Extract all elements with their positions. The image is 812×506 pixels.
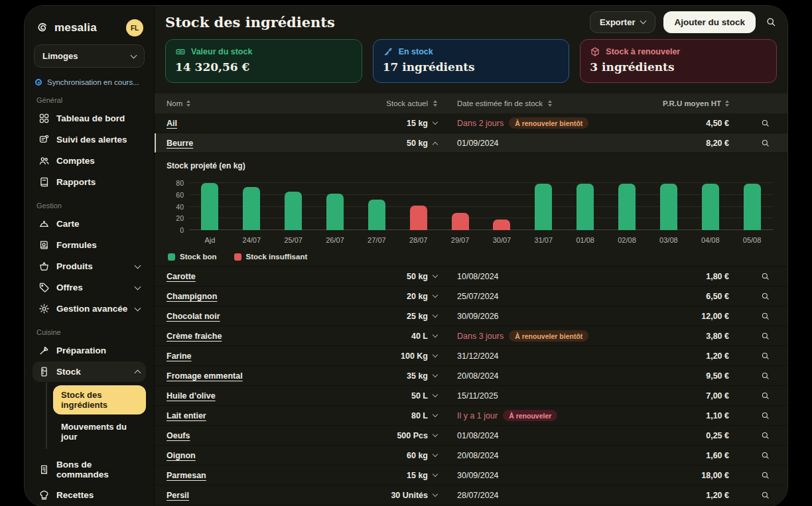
ingredient-name-link[interactable]: Farine	[167, 351, 338, 361]
bar-26-07[interactable]	[326, 194, 344, 230]
table-row-lait-entier[interactable]: Lait entier80 LIl y a 1 jourÀ renouveler…	[155, 406, 787, 426]
row-search-icon[interactable]	[760, 351, 770, 361]
sidebar-subitem-mouvements-du-jour[interactable]: Mouvements du jour	[53, 417, 146, 446]
stock-cell[interactable]: 60 kg	[338, 451, 437, 460]
table-row-carotte[interactable]: Carotte50 kg10/08/20241,80 €	[155, 267, 787, 286]
bar-03-08[interactable]	[660, 184, 677, 230]
avatar[interactable]: FL	[126, 19, 143, 36]
table-row-oignon[interactable]: Oignon60 kg20/08/20241,60 €	[155, 446, 787, 466]
bar-27-07[interactable]	[368, 200, 385, 230]
bar-28-07[interactable]	[410, 206, 427, 230]
ingredient-name-link[interactable]: Persil	[167, 491, 338, 500]
stock-cell[interactable]: 35 kg	[338, 371, 437, 381]
bar-29-07[interactable]	[452, 213, 469, 230]
bar-04-08[interactable]	[702, 184, 719, 230]
stock-cell[interactable]: 40 L	[338, 332, 437, 341]
ingredient-name-link[interactable]: Champignon	[167, 292, 338, 301]
stock-cell[interactable]: 50 L	[338, 391, 437, 401]
ingredient-name-link[interactable]: Lait entier	[167, 411, 338, 420]
sidebar-item-formules[interactable]: Formules	[33, 235, 146, 255]
stock-cell[interactable]: 100 Kg	[338, 351, 437, 361]
sidebar-item-carte[interactable]: Carte	[33, 214, 146, 234]
row-search-icon[interactable]	[760, 138, 770, 148]
ingredient-name-link[interactable]: Fromage emmental	[167, 371, 338, 381]
sidebar-item-preparation[interactable]: Préparation	[33, 340, 146, 361]
stock-cell[interactable]: 30 Unités	[338, 491, 437, 500]
ingredient-name-link[interactable]: Oeufs	[167, 431, 338, 440]
kpi-label-row: Valeur du stock	[175, 46, 352, 57]
location-select[interactable]: Limoges	[34, 44, 145, 68]
table-row-parmesan[interactable]: Parmesan15 kg30/09/202418,00 €	[155, 466, 787, 485]
row-search-icon[interactable]	[760, 291, 770, 301]
sidebar-item-rapports[interactable]: Rapports	[33, 172, 146, 192]
sidebar-item-recettes[interactable]: Recettes	[33, 485, 146, 505]
sidebar-subitem-stock-des-ingredients[interactable]: Stock des ingrédients	[53, 385, 146, 414]
table-row-ail[interactable]: Ail15 kgDans 2 joursÀ renouveler bientôt…	[155, 113, 787, 133]
stock-cell[interactable]: 15 kg	[338, 471, 437, 480]
table-row-oeufs[interactable]: Oeufs500 Pcs01/08/20240,25 €	[155, 426, 787, 446]
bar-31-07[interactable]	[535, 184, 552, 230]
bar-25-07[interactable]	[285, 192, 302, 230]
row-search-icon[interactable]	[760, 118, 770, 128]
stock-cell[interactable]: 500 Pcs	[338, 431, 437, 440]
stock-cell[interactable]: 25 kg	[338, 312, 437, 321]
x-tick-label: 26/07	[314, 236, 356, 244]
row-actions	[729, 271, 776, 281]
sidebar-item-label: Produits	[56, 261, 93, 271]
ingredient-name-link[interactable]: Carotte	[167, 272, 338, 281]
stock-cell[interactable]: 15 kg	[338, 119, 437, 128]
ingredient-name-link[interactable]: Parmesan	[167, 471, 338, 480]
sort-icon[interactable]	[548, 100, 552, 107]
table-row-farine[interactable]: Farine100 Kg31/12/20241,20 €	[155, 346, 787, 366]
row-search-icon[interactable]	[760, 271, 770, 281]
row-search-icon[interactable]	[760, 470, 770, 480]
sidebar-item-tableau-de-bord[interactable]: Tableau de bord	[33, 108, 146, 129]
bar-02-08[interactable]	[618, 184, 636, 230]
sidebar-item-gestion-avancee[interactable]: Gestion avancée	[33, 298, 146, 319]
sidebar-item-suivi-des-alertes[interactable]: Suivi des alertes	[33, 129, 146, 150]
stock-cell[interactable]: 50 kg	[338, 272, 437, 281]
ingredient-name-link[interactable]: Beurre	[167, 139, 338, 148]
stock-cell[interactable]: 50 kg	[338, 139, 437, 148]
export-button[interactable]: Exporter	[590, 11, 655, 33]
bar-01-08[interactable]	[576, 184, 594, 230]
table-row-fromage-emmental[interactable]: Fromage emmental35 kg20/08/20249,50 €	[155, 366, 787, 386]
ingredient-name-link[interactable]: Chocolat noir	[167, 312, 338, 321]
ingredient-name-link[interactable]: Crème fraiche	[167, 332, 338, 341]
add-stock-button[interactable]: Ajouter du stock	[663, 11, 756, 33]
x-tick-label: 30/07	[481, 236, 523, 244]
sidebar-item-bons-de-commandes[interactable]: Bons de commandes	[33, 455, 146, 484]
ingredient-name-link[interactable]: Ail	[167, 119, 338, 128]
bar-ajd[interactable]	[201, 183, 218, 230]
sidebar-item-produits[interactable]: Produits	[33, 256, 146, 277]
sort-icon[interactable]	[186, 100, 190, 107]
row-search-icon[interactable]	[760, 311, 770, 321]
row-search-icon[interactable]	[760, 391, 770, 401]
search-icon[interactable]	[765, 16, 777, 28]
table-row-chocolat-noir[interactable]: Chocolat noir25 kg30/09/202612,00 €	[155, 306, 787, 326]
table-row-persil[interactable]: Persil30 Unités28/07/20241,20 €	[155, 485, 787, 505]
sidebar-item-offres[interactable]: Offres	[33, 277, 146, 298]
ingredient-name-link[interactable]: Huile d’olive	[167, 391, 338, 401]
table-row-champignon[interactable]: Champignon20 kg25/07/20246,50 €	[155, 286, 787, 306]
sidebar-item-stock[interactable]: Stock	[33, 361, 146, 382]
table-row-creme-fraiche[interactable]: Crème fraiche40 LDans 3 joursÀ renouvele…	[155, 326, 787, 346]
stock-cell[interactable]: 80 L	[338, 411, 437, 420]
stock-cell[interactable]: 20 kg	[338, 292, 437, 301]
date-cell: 31/12/2024	[437, 351, 630, 361]
sidebar-item-comptes[interactable]: Comptes	[33, 151, 146, 171]
bar-30-07[interactable]	[493, 220, 510, 230]
row-search-icon[interactable]	[760, 430, 770, 440]
row-search-icon[interactable]	[760, 490, 770, 500]
ingredient-name-link[interactable]: Oignon	[167, 451, 338, 460]
row-search-icon[interactable]	[760, 371, 770, 381]
row-search-icon[interactable]	[760, 450, 770, 460]
sort-icon[interactable]	[725, 100, 729, 107]
table-row-beurre[interactable]: Beurre50 kg01/09/20248,20 €	[155, 133, 787, 153]
bar-24-07[interactable]	[243, 187, 260, 230]
row-search-icon[interactable]	[760, 411, 770, 420]
bar-05-08[interactable]	[744, 184, 761, 230]
table-row-huile-d-olive[interactable]: Huile d’olive50 L15/11/20257,00 €	[155, 386, 787, 406]
app-window: mesalia FL Limoges Synchronisation en co…	[24, 5, 788, 506]
row-search-icon[interactable]	[760, 331, 770, 341]
